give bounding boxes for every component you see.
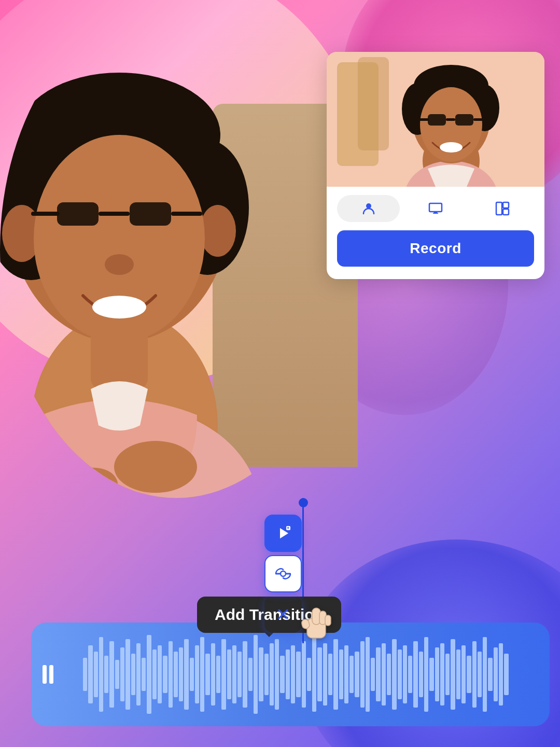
waveform-bar — [125, 639, 130, 710]
waveform-bar — [211, 643, 215, 706]
main-person-photo — [0, 0, 353, 498]
waveform-bar — [494, 647, 498, 701]
svg-text:+: + — [287, 525, 289, 531]
preview-svg — [327, 52, 544, 187]
waveform-bar — [205, 654, 209, 695]
waveform-bar — [467, 656, 471, 693]
waveform-bar — [104, 656, 108, 693]
waveform-bar — [248, 658, 253, 691]
transition-button[interactable] — [264, 555, 302, 592]
svg-rect-40 — [503, 202, 509, 208]
layout-icon — [495, 201, 510, 216]
waveform-bar — [461, 645, 466, 703]
waveform-bar — [328, 654, 332, 695]
mode-screen-button[interactable] — [404, 195, 467, 222]
waveform-bar — [312, 637, 316, 712]
waveform-bar — [302, 641, 306, 708]
waveform-bar — [360, 641, 365, 708]
waveform-bar — [323, 643, 327, 706]
transition-icon — [274, 564, 292, 583]
svg-rect-31 — [446, 118, 455, 121]
waveform-bar — [355, 652, 359, 697]
waveform-bar — [254, 635, 258, 714]
waveform-bar — [109, 641, 114, 708]
mode-layout-button[interactable] — [471, 195, 534, 222]
waveform-bar — [424, 637, 428, 712]
person-icon — [361, 201, 376, 216]
person-svg — [0, 0, 353, 498]
waveform-bar — [169, 641, 173, 708]
waveform-bar — [435, 647, 439, 701]
waveform-bar — [366, 637, 370, 712]
waveform-bar — [83, 658, 87, 691]
waveform-bar — [371, 658, 375, 691]
waveform-bar — [398, 649, 402, 699]
waveform-bar — [179, 647, 183, 701]
svg-point-35 — [366, 203, 371, 209]
waveform — [31, 622, 550, 726]
waveform-bar — [376, 647, 380, 701]
svg-rect-12 — [31, 212, 60, 216]
record-button[interactable]: Record — [337, 230, 534, 267]
svg-rect-32 — [410, 118, 429, 121]
waveform-bar — [339, 649, 343, 699]
waveform-bar — [115, 660, 119, 689]
waveform-bar — [456, 649, 460, 699]
svg-rect-39 — [496, 202, 502, 215]
waveform-bar — [221, 639, 226, 710]
waveform-bar — [382, 643, 386, 706]
screen-icon — [428, 201, 443, 216]
svg-point-45 — [281, 571, 286, 576]
svg-rect-38 — [434, 212, 437, 213]
waveform-bar — [333, 639, 338, 710]
svg-point-14 — [105, 254, 134, 275]
waveform-bar — [429, 658, 433, 691]
waveform-bar — [158, 645, 162, 703]
svg-rect-33 — [473, 118, 492, 121]
waveform-bar — [349, 656, 354, 693]
svg-rect-21 — [358, 57, 389, 150]
waveform-bar — [275, 639, 279, 710]
svg-rect-36 — [429, 203, 442, 212]
svg-point-34 — [440, 142, 463, 153]
waveform-bar — [478, 652, 482, 697]
waveform-bar — [136, 643, 141, 706]
waveform-bar — [317, 647, 321, 701]
waveform-bar — [270, 643, 274, 706]
mode-person-button[interactable] — [337, 195, 400, 222]
waveform-bar — [232, 645, 236, 703]
waveform-bar — [413, 641, 417, 708]
add-clip-icon: + — [274, 524, 292, 543]
timeline-device[interactable] — [31, 622, 550, 726]
waveform-bar — [408, 656, 412, 693]
waveform-bar — [483, 637, 487, 712]
waveform-bar — [451, 639, 455, 710]
record-preview — [327, 52, 544, 187]
add-clip-button[interactable]: + — [264, 515, 302, 552]
waveform-bar — [131, 654, 135, 695]
waveform-bar — [392, 639, 396, 710]
waveform-bar — [99, 637, 103, 712]
svg-rect-41 — [503, 209, 509, 215]
waveform-bar — [142, 658, 146, 691]
svg-rect-30 — [455, 114, 473, 126]
waveform-bar — [296, 652, 300, 697]
close-context-button[interactable] — [264, 596, 302, 633]
waveform-bar — [280, 656, 284, 693]
waveform-bar — [286, 649, 290, 699]
svg-rect-29 — [428, 114, 446, 126]
waveform-bar — [200, 637, 204, 712]
mode-selector — [327, 187, 544, 228]
waveform-bar — [499, 643, 503, 706]
waveform-bar — [419, 652, 423, 697]
waveform-bar — [163, 656, 167, 693]
waveform-bar — [174, 652, 178, 697]
context-menu: + — [264, 515, 302, 633]
waveform-bar — [344, 645, 348, 703]
waveform-bar — [120, 647, 124, 701]
waveform-bar — [259, 647, 263, 701]
waveform-bar — [227, 649, 231, 699]
waveform-bar — [291, 645, 295, 703]
waveform-bar — [195, 645, 199, 703]
waveform-bar — [243, 641, 247, 708]
